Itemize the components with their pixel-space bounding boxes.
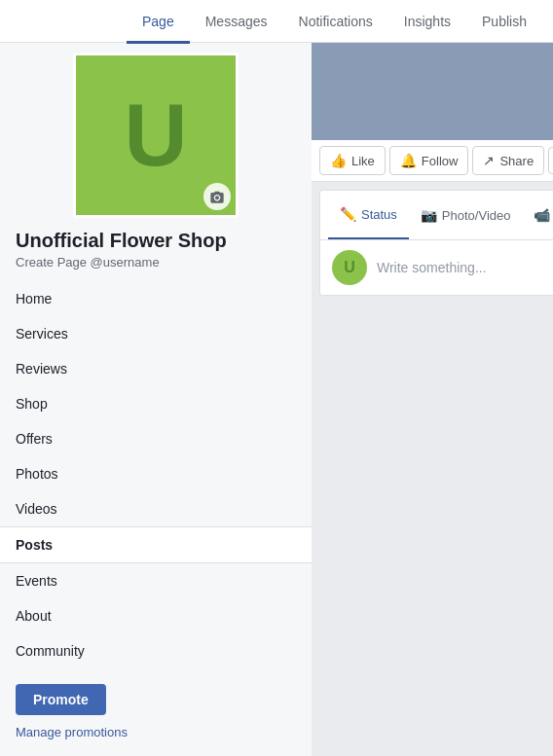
tab-messages[interactable]: Messages: [190, 1, 283, 44]
composer-tabs: ✏️ Status 📷 Photo/Video 📹 Live vid...: [320, 191, 553, 240]
promote-button[interactable]: Promote: [16, 684, 106, 715]
sidebar-item-videos[interactable]: Videos: [0, 491, 312, 526]
main-content: 👍 Like 🔔 Follow ↗ Share › ✏️ Status: [312, 43, 553, 756]
tab-notifications[interactable]: Notifications: [283, 1, 388, 44]
top-navigation: Page Messages Notifications Insights Pub…: [0, 0, 553, 43]
live-icon: 📹: [534, 207, 550, 223]
profile-letter: U: [125, 86, 188, 186]
page-username[interactable]: Create Page @username: [0, 255, 312, 281]
tab-page[interactable]: Page: [127, 1, 190, 44]
profile-photo-area: U: [73, 53, 239, 218]
follow-button[interactable]: 🔔 Follow: [389, 146, 469, 175]
sidebar-item-photos[interactable]: Photos: [0, 456, 312, 491]
pencil-icon: ✏️: [340, 206, 356, 222]
follow-icon: 🔔: [400, 153, 417, 168]
action-bar: 👍 Like 🔔 Follow ↗ Share ›: [312, 140, 553, 182]
post-composer: ✏️ Status 📷 Photo/Video 📹 Live vid... U …: [319, 190, 553, 296]
like-icon: 👍: [330, 153, 347, 168]
sidebar-nav-menu: Home Services Reviews Shop Offers Photos…: [0, 281, 312, 668]
composer-avatar: U: [332, 250, 367, 285]
sidebar-item-reviews[interactable]: Reviews: [0, 351, 312, 386]
composer-input-area: U Write something...: [320, 240, 553, 295]
composer-placeholder[interactable]: Write something...: [377, 260, 553, 275]
sidebar-item-services[interactable]: Services: [0, 316, 312, 351]
sidebar: U Unofficial Flower Shop Create Page @us…: [0, 43, 312, 756]
composer-tab-live-video[interactable]: 📹 Live vid...: [522, 191, 553, 239]
sidebar-item-posts[interactable]: Posts: [0, 526, 312, 563]
page-name: Unofficial Flower Shop: [0, 218, 312, 255]
manage-promotions-link[interactable]: Manage promotions: [0, 721, 312, 743]
sidebar-item-about[interactable]: About: [0, 598, 312, 633]
share-button[interactable]: ↗ Share: [472, 146, 544, 175]
sidebar-item-shop[interactable]: Shop: [0, 386, 312, 421]
sidebar-item-community[interactable]: Community: [0, 633, 312, 668]
camera-icon[interactable]: [203, 183, 231, 210]
more-actions-button[interactable]: ›: [548, 147, 553, 174]
share-icon: ↗: [483, 153, 495, 168]
composer-tab-status[interactable]: ✏️ Status: [328, 191, 409, 239]
sidebar-item-events[interactable]: Events: [0, 563, 312, 598]
camera-small-icon: 📷: [421, 207, 437, 223]
sidebar-item-home[interactable]: Home: [0, 281, 312, 316]
composer-tab-photo-video[interactable]: 📷 Photo/Video: [409, 191, 523, 239]
tab-insights[interactable]: Insights: [388, 1, 466, 44]
like-button[interactable]: 👍 Like: [319, 146, 386, 175]
page-layout: U Unofficial Flower Shop Create Page @us…: [0, 43, 553, 756]
tab-publish[interactable]: Publish: [466, 1, 542, 44]
sidebar-item-offers[interactable]: Offers: [0, 421, 312, 456]
cover-photo: [312, 43, 553, 140]
